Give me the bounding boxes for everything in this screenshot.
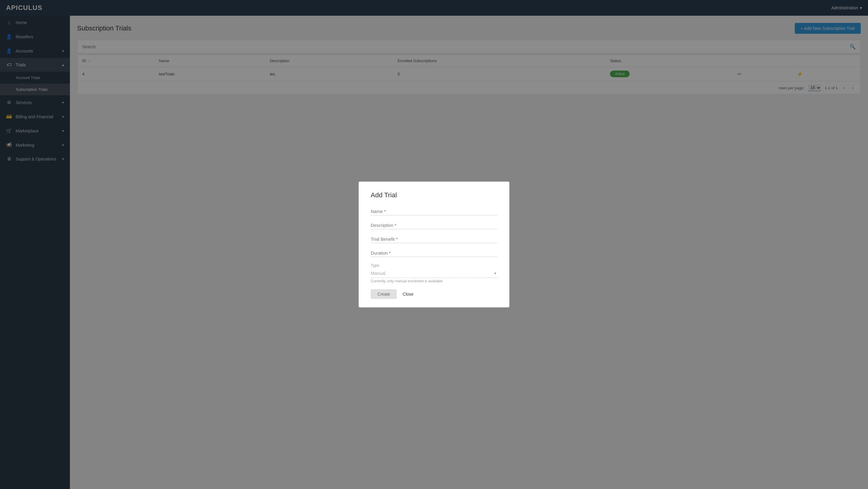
name-field (371, 207, 497, 215)
duration-input[interactable] (371, 249, 497, 257)
type-select[interactable]: Manual (371, 269, 497, 278)
trial-benefit-input[interactable] (371, 235, 497, 243)
trial-benefit-field (371, 235, 497, 243)
enrol-note: Currently, only manual enrolment is avai… (371, 279, 497, 283)
modal-actions: Create Close (371, 289, 497, 299)
create-button[interactable]: Create (371, 289, 397, 299)
modal-title: Add Trial (371, 191, 497, 199)
type-label: Type (371, 263, 497, 267)
modal-overlay[interactable]: Add Trial Type Manual ▾ Currently, only … (0, 0, 868, 489)
description-field (371, 222, 497, 229)
add-trial-modal: Add Trial Type Manual ▾ Currently, only … (359, 181, 509, 308)
close-button[interactable]: Close (401, 289, 415, 299)
type-select-wrapper: Manual ▾ (371, 269, 497, 278)
name-input[interactable] (371, 207, 497, 215)
description-input[interactable] (371, 222, 497, 229)
type-field: Type Manual ▾ Currently, only manual enr… (371, 263, 497, 283)
duration-field (371, 249, 497, 257)
